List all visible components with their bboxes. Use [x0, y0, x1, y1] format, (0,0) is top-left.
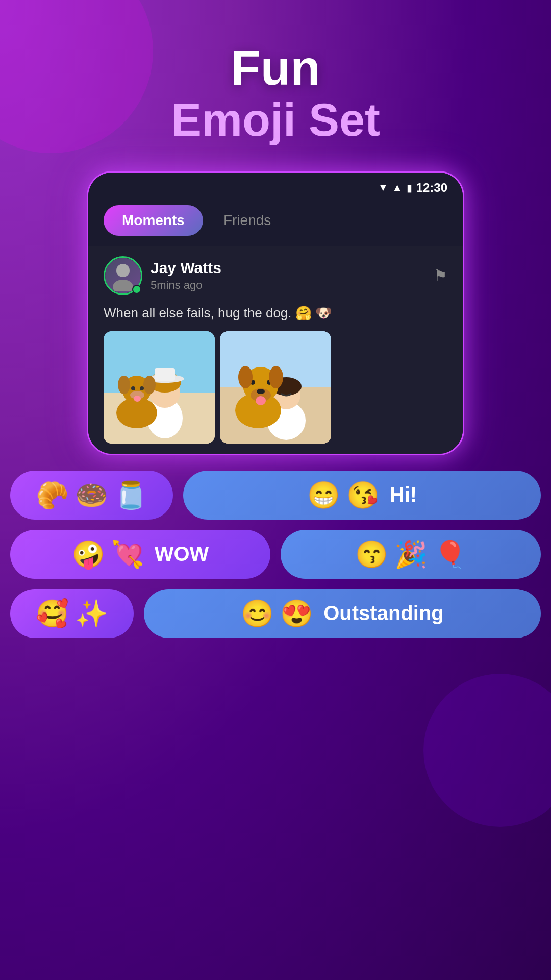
battery-icon: ▮ — [407, 182, 412, 194]
outstanding-emoji-button[interactable]: 😊 😍 Outstanding — [144, 589, 541, 638]
kiss-emoji: 😘 — [346, 482, 380, 508]
croissant-emoji: 🥐 — [36, 482, 69, 508]
tab-friends[interactable]: Friends — [213, 205, 281, 236]
emoji-row-1: 🥐 🍩 🫙 😁 😘 Hi! — [10, 471, 541, 520]
hi-emoji-button[interactable]: 😁 😘 Hi! — [183, 471, 541, 520]
svg-point-25 — [257, 389, 265, 394]
svg-point-11 — [118, 376, 130, 394]
title-line1: Fun — [171, 41, 380, 95]
flag-button[interactable]: ⚑ — [434, 266, 447, 284]
status-time: 12:30 — [416, 181, 447, 195]
donut-emoji: 🍩 — [75, 482, 108, 508]
party-emoji-button[interactable]: 😙 🎉 🎈 — [281, 530, 541, 579]
zany-emoji: 🤪 — [72, 541, 105, 568]
post-text: When all else fails, hug the dog. 🤗 🐶 — [104, 303, 447, 323]
svg-point-0 — [116, 264, 130, 277]
post-image-2 — [220, 331, 331, 444]
emoji-row-3: 🥰 ✨ 😊 😍 Outstanding — [10, 589, 541, 638]
smiling-hearts-emoji: 🥰 — [36, 600, 69, 627]
jar-emoji: 🫙 — [114, 482, 147, 508]
emoji-row-2: 🤪 💘 WOW 😙 🎉 🎈 — [10, 530, 541, 579]
tab-moments[interactable]: Moments — [104, 205, 203, 236]
wow-emoji-button[interactable]: 🤪 💘 WOW — [10, 530, 270, 579]
svg-point-13 — [131, 386, 135, 390]
post-time: 5mins ago — [151, 279, 221, 292]
svg-rect-8 — [155, 368, 175, 381]
phone-mockup: ▼ ▲ ▮ 12:30 Moments Friends — [87, 171, 464, 455]
avatar-wrapper — [104, 256, 142, 295]
party-popper-emoji: 🎉 — [394, 541, 428, 568]
heart-eyes-emoji: 😍 — [280, 600, 313, 627]
status-bar: ▼ ▲ ▮ 12:30 — [88, 173, 463, 200]
user-details: Jay Watts 5mins ago — [151, 259, 221, 292]
user-name: Jay Watts — [151, 259, 221, 277]
tab-bar: Moments Friends — [88, 200, 463, 246]
post-area: Jay Watts 5mins ago ⚑ When all else fail… — [88, 246, 463, 454]
svg-point-29 — [269, 366, 283, 388]
svg-point-1 — [113, 280, 133, 291]
post-images — [104, 331, 447, 444]
svg-point-28 — [238, 366, 253, 388]
smile-emoji: 😊 — [241, 600, 274, 627]
online-indicator — [132, 285, 141, 294]
kiss2-emoji: 😙 — [355, 541, 388, 568]
signal-icon: ▲ — [392, 182, 403, 193]
outstanding-label: Outstanding — [323, 602, 444, 625]
love-emoji-button[interactable]: 🥰 ✨ — [10, 589, 134, 638]
emoji-buttons-area: 🥐 🍩 🫙 😁 😘 Hi! 🤪 💘 WOW 😙 🎉 🎈 🥰 ✨ — [0, 455, 551, 638]
wow-label: WOW — [155, 543, 209, 566]
hi-label: Hi! — [390, 483, 417, 506]
svg-point-16 — [134, 396, 141, 402]
heart-arrow-emoji: 💘 — [111, 541, 144, 568]
post-user-info: Jay Watts 5mins ago — [104, 256, 221, 295]
title-area: Fun Emoji Set — [171, 0, 380, 166]
post-header: Jay Watts 5mins ago ⚑ — [104, 256, 447, 295]
balloon-emoji: 🎈 — [434, 541, 467, 568]
wifi-icon: ▼ — [378, 182, 388, 193]
status-icons: ▼ ▲ ▮ 12:30 — [378, 181, 447, 195]
svg-point-12 — [143, 376, 156, 394]
post-image-1 — [104, 331, 215, 444]
svg-point-14 — [140, 386, 144, 390]
grin-emoji: 😁 — [307, 482, 340, 508]
food-emoji-button[interactable]: 🥐 🍩 🫙 — [10, 471, 173, 520]
svg-point-30 — [256, 396, 266, 405]
sparkles-emoji: ✨ — [75, 600, 108, 627]
title-line2: Emoji Set — [171, 95, 380, 145]
